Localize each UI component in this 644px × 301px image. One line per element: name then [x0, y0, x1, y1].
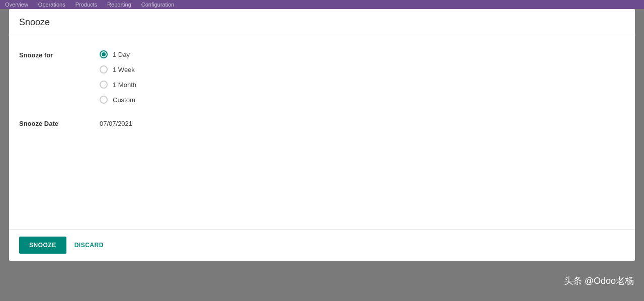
radio-label-custom: Custom [113, 96, 135, 104]
snooze-for-label: Snooze for [19, 50, 79, 59]
nav-item-products[interactable]: Products [75, 2, 97, 8]
nav-item-reporting[interactable]: Reporting [107, 2, 131, 8]
bottom-bar: 头条 @Odoo老杨 [0, 261, 644, 301]
radio-input-day[interactable] [100, 50, 108, 58]
modal-footer: SNOOZE DISCARD [9, 229, 635, 261]
radio-input-month[interactable] [100, 81, 108, 89]
modal-title: Snooze [9, 9, 635, 35]
radio-input-custom[interactable] [100, 96, 108, 104]
radio-label-month: 1 Month [113, 81, 136, 89]
radio-option-day[interactable]: 1 Day [100, 50, 136, 58]
snooze-date-value: 07/07/2021 [100, 119, 132, 127]
radio-option-custom[interactable]: Custom [100, 96, 136, 104]
snooze-modal: Snooze Snooze for 1 Day 1 Week 1 Month [9, 9, 635, 261]
radio-label-week: 1 Week [113, 66, 135, 73]
snooze-date-row: Snooze Date 07/07/2021 [19, 119, 625, 127]
watermark-text: 头条 @Odoo老杨 [564, 275, 634, 287]
nav-item-configuration[interactable]: Configuration [141, 2, 174, 8]
radio-group: 1 Day 1 Week 1 Month Custom [100, 50, 136, 104]
nav-item-overview[interactable]: Overview [5, 2, 28, 8]
discard-button[interactable]: DISCARD [74, 242, 104, 249]
top-nav-bar: Overview Operations Products Reporting C… [0, 0, 644, 9]
modal-body: Snooze for 1 Day 1 Week 1 Month Custom [9, 35, 635, 229]
nav-item-operations[interactable]: Operations [38, 2, 65, 8]
snooze-date-label: Snooze Date [19, 119, 79, 127]
radio-option-week[interactable]: 1 Week [100, 65, 136, 73]
snooze-button[interactable]: SNOOZE [19, 237, 66, 254]
snooze-for-row: Snooze for 1 Day 1 Week 1 Month Custom [19, 50, 625, 104]
radio-label-day: 1 Day [113, 51, 130, 58]
radio-input-week[interactable] [100, 65, 108, 73]
radio-option-month[interactable]: 1 Month [100, 81, 136, 89]
